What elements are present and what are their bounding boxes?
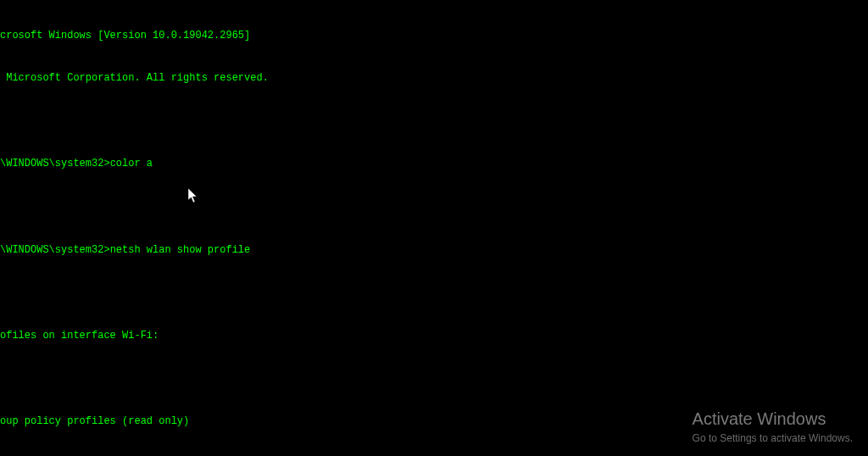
command-text: color a	[110, 158, 153, 170]
copyright-line: Microsoft Corporation. All rights reserv…	[0, 71, 868, 86]
watermark-subtitle: Go to Settings to activate Windows.	[693, 431, 853, 446]
prompt-path: \WINDOWS\system32>	[0, 158, 110, 170]
os-version-line: crosoft Windows [Version 10.0.19042.2965…	[0, 29, 868, 43]
command-line-2: \WINDOWS\system32>netsh wlan show profil…	[0, 243, 868, 258]
section-heading: ofiles on interface Wi-Fi:	[0, 329, 868, 343]
blank-line	[0, 286, 868, 300]
prompt-path: \WINDOWS\system32>	[0, 244, 110, 256]
activation-watermark: Activate Windows Go to Settings to activ…	[693, 407, 853, 446]
command-line-1: \WINDOWS\system32>color a	[0, 157, 868, 171]
command-prompt-terminal[interactable]: crosoft Windows [Version 10.0.19042.2965…	[0, 0, 868, 456]
watermark-title: Activate Windows	[693, 407, 853, 431]
command-text: netsh wlan show profile	[110, 244, 251, 256]
blank-line	[0, 200, 868, 214]
blank-line	[0, 371, 868, 386]
blank-line	[0, 114, 868, 129]
